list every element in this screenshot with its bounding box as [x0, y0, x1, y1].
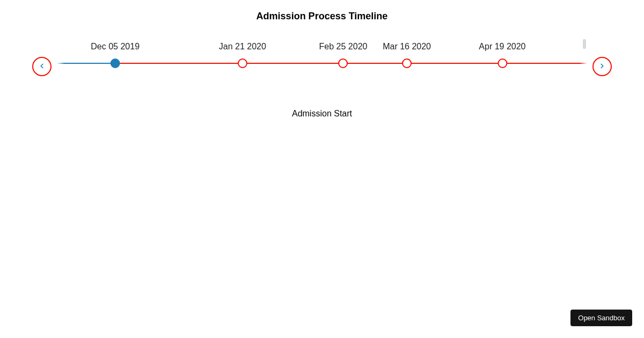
timeline-event-label: Apr 19 2020 [479, 37, 525, 56]
timeline-event[interactable]: Apr 19 2020 [479, 37, 525, 66]
timeline: Dec 05 2019Jan 21 2020Feb 25 2020Mar 16 … [32, 37, 612, 96]
timeline-event[interactable]: Jan 21 2020 [219, 37, 266, 66]
timeline-event-label: Dec 05 2019 [91, 37, 140, 56]
timeline-event[interactable]: Feb 25 2020 [319, 37, 368, 66]
timeline-description: Admission Start [32, 109, 612, 119]
timeline-event[interactable]: Mar 16 2020 [383, 37, 431, 66]
timeline-next-button[interactable] [592, 57, 612, 76]
chevron-left-icon [38, 62, 46, 71]
page-title: Admission Process Timeline [32, 11, 612, 22]
timeline-track: Dec 05 2019Jan 21 2020Feb 25 2020Mar 16 … [57, 37, 587, 96]
timeline-prev-button[interactable] [32, 57, 52, 76]
timeline-event-label: Jan 21 2020 [219, 37, 266, 56]
open-sandbox-button[interactable]: Open Sandbox [570, 310, 632, 326]
timeline-event-dot[interactable] [238, 58, 247, 68]
timeline-event-dot[interactable] [339, 58, 348, 68]
chevron-right-icon [598, 62, 606, 71]
timeline-event-dot[interactable] [111, 58, 120, 68]
timeline-event-label: Feb 25 2020 [319, 37, 368, 56]
timeline-event-dot[interactable] [497, 58, 507, 68]
timeline-event-label: Mar 16 2020 [383, 37, 431, 56]
timeline-event[interactable]: Dec 05 2019 [91, 37, 140, 66]
timeline-viewport: Dec 05 2019Jan 21 2020Feb 25 2020Mar 16 … [57, 37, 587, 96]
timeline-event-dot[interactable] [402, 58, 412, 68]
scrollbar-hint [583, 39, 586, 49]
